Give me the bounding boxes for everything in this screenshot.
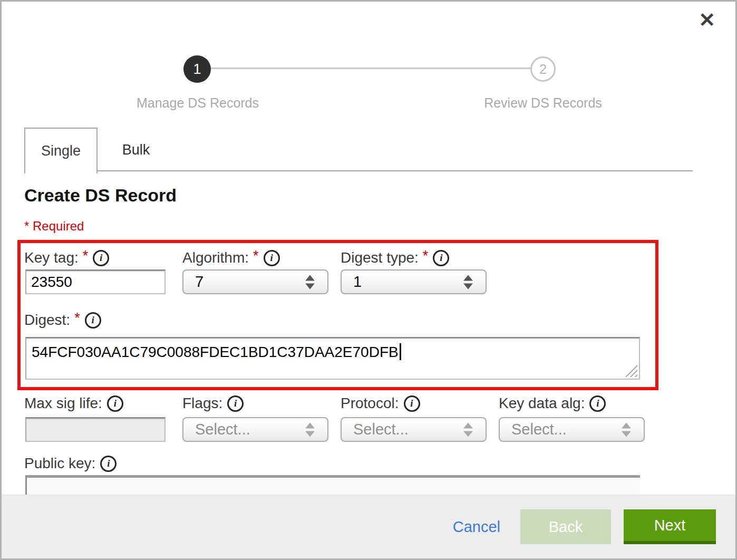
select-arrows-icon [463, 275, 473, 289]
select-arrows-icon [305, 422, 315, 437]
select-arrows-icon [305, 275, 315, 289]
max-sig-life-input[interactable] [25, 417, 166, 442]
protocol-info-icon[interactable]: i [404, 395, 420, 412]
public-key-label: Public key: i [24, 454, 117, 473]
digest-type-label-text: Digest type: [341, 249, 419, 266]
stepper-step-1: 1 [183, 55, 211, 83]
protocol-select-value: Select... [353, 421, 409, 438]
close-button[interactable]: ✕ [699, 10, 715, 30]
back-button[interactable]: Back [520, 509, 611, 544]
required-asterisk: * [253, 248, 259, 264]
digest-label: Digest: * i [24, 311, 101, 330]
resize-handle-icon[interactable] [625, 364, 637, 377]
next-button[interactable]: Next [624, 509, 716, 544]
public-key-textarea[interactable] [25, 475, 640, 496]
key-data-alg-select[interactable]: Select... [499, 417, 645, 442]
stepper-step-2-number: 2 [539, 61, 547, 78]
flags-label-text: Flags: [182, 395, 222, 412]
digest-type-select-value: 1 [353, 273, 362, 291]
max-sig-life-label-text: Max sig life: [24, 395, 102, 412]
digest-value: 54FCF030AA1C79C0088FDEC1BD1C37DAA2E70DFB [32, 344, 399, 360]
key-data-alg-select-value: Select... [511, 421, 567, 438]
select-arrows-icon [463, 422, 473, 437]
protocol-label: Protocol: i [341, 394, 420, 413]
tab-single-label: Single [41, 143, 81, 159]
digest-type-select[interactable]: 1 [341, 269, 487, 294]
digest-type-info-icon[interactable]: i [433, 250, 449, 266]
key-tag-label: Key tag: * i [24, 248, 109, 267]
create-ds-record-dialog: { "dialog": { "icons": { "close": "✕", "… [0, 0, 737, 560]
algorithm-select-value: 7 [195, 273, 203, 291]
stepper-step-1-number: 1 [193, 61, 201, 78]
info-glyph: i [596, 398, 599, 409]
digest-type-label: Digest type: * i [341, 248, 449, 267]
flags-select[interactable]: Select... [182, 417, 328, 442]
key-data-alg-label: Key data alg: i [499, 394, 606, 413]
stepper-step-2: 2 [530, 56, 556, 82]
required-asterisk: * [83, 248, 89, 264]
info-glyph: i [234, 398, 237, 409]
dialog-footer: Cancel Back Next [2, 495, 735, 558]
info-glyph: i [92, 314, 94, 326]
page-title: Create DS Record [24, 185, 177, 206]
select-arrows-icon [622, 422, 631, 437]
tab-single[interactable]: Single [24, 128, 98, 174]
algorithm-info-icon[interactable]: i [264, 250, 280, 266]
max-sig-life-info-icon[interactable]: i [107, 395, 123, 412]
cancel-button[interactable]: Cancel [453, 518, 500, 536]
key-tag-input[interactable] [25, 269, 166, 294]
stepper-step-2-label: Review DS Records [459, 95, 627, 111]
info-glyph: i [410, 398, 413, 409]
max-sig-life-label: Max sig life: i [24, 394, 123, 413]
key-tag-info-icon[interactable]: i [93, 250, 109, 266]
stepper-step-1-label: Manage DS Records [113, 95, 282, 111]
key-tag-label-text: Key tag: [24, 249, 79, 266]
info-glyph: i [107, 458, 110, 469]
flags-select-value: Select... [195, 421, 250, 438]
info-glyph: i [114, 398, 117, 409]
digest-label-text: Digest: [24, 312, 70, 329]
protocol-label-text: Protocol: [341, 395, 399, 412]
info-glyph: i [100, 252, 102, 264]
algorithm-label-text: Algorithm: [182, 249, 249, 266]
info-glyph: i [270, 252, 273, 264]
key-data-alg-info-icon[interactable]: i [589, 395, 606, 412]
flags-info-icon[interactable]: i [227, 395, 244, 412]
protocol-select[interactable]: Select... [341, 417, 487, 442]
algorithm-label: Algorithm: * i [182, 248, 280, 267]
key-data-alg-label-text: Key data alg: [499, 395, 585, 412]
tab-bulk[interactable]: Bulk [98, 129, 174, 171]
close-icon: ✕ [699, 9, 715, 31]
stepper-connector-line [209, 67, 533, 69]
required-note: * Required [24, 219, 84, 234]
flags-label: Flags: i [182, 394, 244, 413]
required-asterisk: * [423, 248, 429, 264]
text-caret [400, 343, 401, 360]
digest-textarea[interactable]: 54FCF030AA1C79C0088FDEC1BD1C37DAA2E70DFB [25, 337, 640, 380]
required-asterisk: * [74, 310, 80, 326]
algorithm-select[interactable]: 7 [182, 269, 328, 294]
public-key-info-icon[interactable]: i [100, 456, 117, 472]
digest-info-icon[interactable]: i [85, 312, 101, 329]
info-glyph: i [440, 252, 442, 264]
public-key-label-text: Public key: [24, 455, 95, 472]
tab-bulk-label: Bulk [122, 142, 150, 158]
